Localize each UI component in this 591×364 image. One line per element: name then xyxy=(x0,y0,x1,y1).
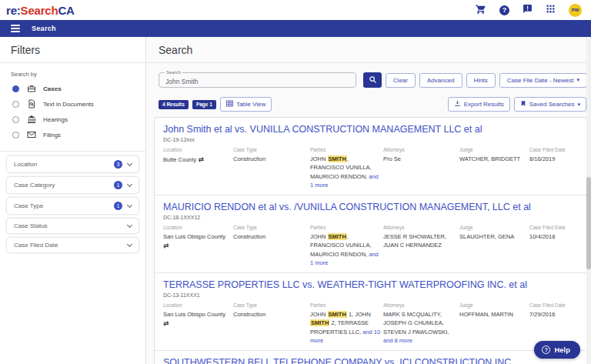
case-title-link[interactable]: MAURICIO RENDON et al vs. /VUNILLA CONST… xyxy=(163,202,578,212)
swap-icon[interactable]: ⇄ xyxy=(163,242,169,249)
briefcase-icon xyxy=(26,84,36,93)
caret-down-icon: ▾ xyxy=(577,102,580,108)
topbar-icons: ? PW xyxy=(475,3,582,18)
search-button[interactable] xyxy=(363,72,382,88)
result-case-type: Case Type Construction xyxy=(233,302,308,345)
envelope-icon xyxy=(26,130,36,139)
help-icon[interactable]: ? xyxy=(499,5,509,15)
result-judge: Judge HOFFMAN, MARTIN xyxy=(459,302,527,345)
search-by-label: Search by xyxy=(11,71,135,78)
search-main-panel: Search Search Clear Advanced Hints Case … xyxy=(146,37,591,364)
result-filed-date: Case Filed Date 7/29/2016 xyxy=(529,302,578,345)
question-mark-icon: ? xyxy=(542,346,550,354)
download-icon xyxy=(454,100,461,109)
search-by-filings[interactable]: Filings xyxy=(11,127,135,142)
search-field: Search xyxy=(159,72,356,88)
courthouse-icon xyxy=(26,115,36,124)
feedback-icon[interactable] xyxy=(523,3,533,17)
table-grid-icon xyxy=(226,100,233,109)
bookmark-icon xyxy=(520,100,526,109)
filter-count-badge: 1 xyxy=(114,181,122,189)
results-toolbar: 4 Results Page 1 Table View Export Resul… xyxy=(146,92,591,115)
result-filed-date: Case Filed Date 10/4/2018 xyxy=(529,225,578,267)
chevron-down-icon xyxy=(127,222,132,228)
nav-bar: Search xyxy=(0,20,591,37)
logo-search: Search xyxy=(21,4,58,17)
filters-sidebar: Filters Search by Cases Text in Document… xyxy=(0,37,146,364)
case-number: DC-18-1XXX12 xyxy=(163,215,578,220)
result-card: SOUTHWESTERN BELL TELEPHONE COMPANY vs. … xyxy=(155,351,586,364)
result-filed-date: Case Filed Date 8/16/2019 xyxy=(529,147,578,189)
caret-down-icon: ▾ xyxy=(576,77,579,83)
nav-search-item[interactable]: Search xyxy=(32,25,56,32)
search-row: Search Clear Advanced Hints Case File Da… xyxy=(146,63,591,92)
search-icon xyxy=(369,75,377,86)
result-card: MAURICIO RENDON et al vs. /VUNILLA CONST… xyxy=(155,195,586,273)
case-title-link[interactable]: TERRASSE PROPERTIES LLC vs. WEATHER-TIGH… xyxy=(163,279,578,290)
case-number: DC-19-12xxx xyxy=(163,137,578,142)
advanced-button[interactable]: Advanced xyxy=(419,73,462,88)
apps-grid-icon[interactable] xyxy=(546,3,556,17)
filter-case-filed-date[interactable]: Case Filed Date xyxy=(7,238,139,252)
results-count-badge: 4 Results xyxy=(159,100,189,109)
table-view-button[interactable]: Table View xyxy=(220,97,272,112)
clear-button[interactable]: Clear xyxy=(386,73,416,88)
case-title-link[interactable]: SOUTHWESTERN BELL TELEPHONE COMPANY vs. … xyxy=(163,357,578,364)
filter-location[interactable]: Location 3 xyxy=(7,156,139,172)
chevron-down-icon xyxy=(127,161,132,166)
filter-count-badge: 3 xyxy=(114,160,122,169)
filter-case-status[interactable]: Case Status xyxy=(7,219,139,233)
case-number: DC-13-11XXX1 xyxy=(163,292,578,298)
top-app-bar: re:SearchCA ? PW xyxy=(0,0,591,20)
search-input[interactable] xyxy=(159,75,356,88)
radio-icon xyxy=(12,101,19,108)
search-field-label: Search xyxy=(165,70,182,75)
help-button[interactable]: ? Help xyxy=(534,341,580,359)
radio-icon xyxy=(12,132,19,139)
filters-title: Filters xyxy=(0,37,145,63)
document-search-icon xyxy=(26,99,36,109)
scrollbar-thumb[interactable] xyxy=(586,177,591,269)
result-location: Location San Luis Obispo County ⇄ xyxy=(163,302,231,345)
logo-ca: CA xyxy=(58,4,74,17)
app-logo[interactable]: re:SearchCA xyxy=(6,4,75,17)
search-by-text-in-documents[interactable]: Text in Documents xyxy=(11,96,135,112)
radio-selected-icon xyxy=(12,85,19,92)
logo-re: re: xyxy=(6,4,21,17)
result-parties: Parties JOHN SMITH, FRANCISCO VUNILLA, M… xyxy=(310,225,381,267)
scrollbar[interactable] xyxy=(586,37,591,364)
radio-icon xyxy=(12,116,19,123)
result-attorneys: Attorneys MARK S MCQUALITY, JOSEPH G CHU… xyxy=(383,302,457,345)
result-attorneys: Attorneys JESSE R SHOWALTER, JUAN C HERN… xyxy=(383,225,457,267)
hints-button[interactable]: Hints xyxy=(466,73,496,88)
result-parties: Parties JOHN SMITH, FRANCISCO VUNILLA, M… xyxy=(310,147,381,189)
filter-count-badge: 1 xyxy=(114,202,122,210)
result-judge: Judge WATCHER, BRIDGETT xyxy=(459,147,527,189)
search-by-hearings[interactable]: Hearings xyxy=(11,112,135,127)
result-case-type: Case Type Construction xyxy=(233,147,308,189)
sort-dropdown[interactable]: Case File Date - Newest ▾ xyxy=(499,73,587,88)
saved-searches-button[interactable]: Saved Searches ▾ xyxy=(514,97,586,112)
result-judge: Judge SLAUGHTER, GENA xyxy=(459,225,527,267)
result-case-type: Case Type Construction xyxy=(233,225,308,267)
filter-case-category[interactable]: Case Category 1 xyxy=(7,177,139,193)
result-card: TERRASSE PROPERTIES LLC vs. WEATHER-TIGH… xyxy=(155,273,586,351)
results-list: John Smith et al vs. VUNILLA CONSTRUCTIO… xyxy=(154,117,587,364)
page-number-badge: Page 1 xyxy=(192,100,216,109)
swap-icon[interactable]: ⇄ xyxy=(163,319,169,327)
filter-case-type[interactable]: Case Type 1 xyxy=(7,198,139,214)
avatar[interactable]: PW xyxy=(569,4,582,17)
result-card: John Smith et al vs. VUNILLA CONSTRUCTIO… xyxy=(155,118,586,195)
case-title-link[interactable]: John Smith et al vs. VUNILLA CONSTRUCTIO… xyxy=(163,124,578,135)
chevron-down-icon xyxy=(127,242,132,247)
result-parties: Parties JOHN SMITH 1, JOHN SMITH 2, TERR… xyxy=(310,302,381,345)
result-location: Location San Luis Obispo County ⇄ xyxy=(163,225,231,267)
result-attorneys: Attorneys Pro Se xyxy=(383,147,457,189)
swap-icon[interactable]: ⇄ xyxy=(198,155,203,163)
menu-icon[interactable] xyxy=(11,25,20,32)
chevron-down-icon xyxy=(127,202,132,208)
sidebar-divider xyxy=(0,151,145,152)
search-by-cases[interactable]: Cases xyxy=(11,81,135,96)
export-results-button[interactable]: Export Results xyxy=(448,97,510,112)
cart-icon[interactable] xyxy=(475,3,486,18)
